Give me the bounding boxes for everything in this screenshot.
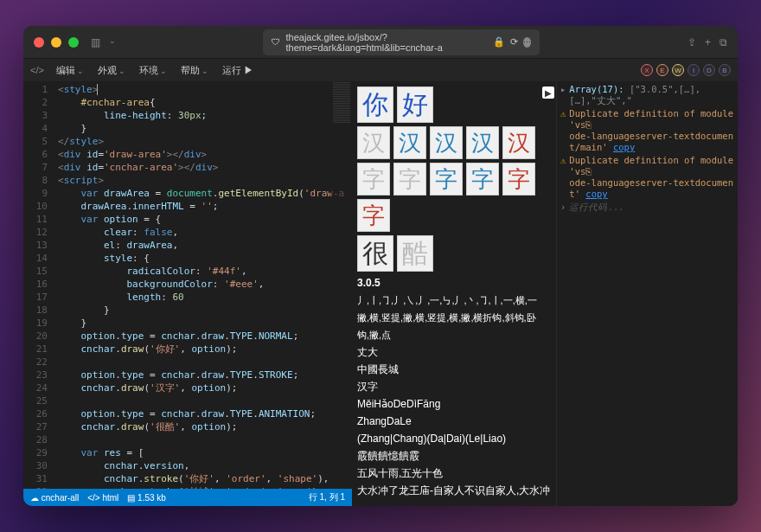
sidebar-toggle-icon[interactable]: ▥ bbox=[91, 36, 100, 48]
copy-icon[interactable]: ⎘ bbox=[585, 119, 592, 130]
preview-text-line: 丈大 bbox=[357, 344, 551, 360]
status-indicators: X E W I D B bbox=[641, 64, 731, 76]
code-editor[interactable]: 1234567891011121314151617181920212223242… bbox=[23, 81, 352, 489]
console-input[interactable]: › 运行代码... bbox=[560, 201, 734, 214]
status-env[interactable]: ☁ cnchar-all bbox=[30, 493, 79, 503]
code-content[interactable]: <style> #cnchar-area{ line-height: 30px;… bbox=[54, 81, 352, 489]
lock-icon: 🔒 bbox=[493, 36, 505, 48]
preview-text-line: 五风十雨,五光十色 bbox=[357, 465, 551, 481]
titlebar-left-icons: ▥ ⌄ bbox=[91, 36, 116, 48]
tabs-icon[interactable]: ⧉ bbox=[719, 36, 727, 48]
char-box: 字 bbox=[430, 163, 463, 195]
statusbar: ☁ cnchar-all </> html ▤ 1.53 kb 行 1, 列 1 bbox=[23, 489, 352, 506]
maximize-window-button[interactable] bbox=[68, 37, 79, 48]
copy-link[interactable]: copy bbox=[613, 142, 635, 152]
warning-icon: ⚠ bbox=[560, 108, 566, 119]
char-box: 汉 bbox=[466, 126, 499, 159]
console-pane: ▸ Array(17): ["3.0.5",[…],[…],"丈大"," ⚠ D… bbox=[556, 81, 738, 506]
preview-text-line: 汉字 bbox=[357, 379, 551, 394]
version-text: 3.0.5 bbox=[357, 275, 551, 291]
debug-indicator[interactable]: D bbox=[703, 64, 715, 76]
url-text: theajack.gitee.io/jsbox/?theme=dark&lang… bbox=[285, 32, 488, 53]
menu-environment[interactable]: 环境⌄ bbox=[134, 62, 172, 79]
warn-indicator[interactable]: E bbox=[656, 64, 668, 76]
new-tab-icon[interactable]: + bbox=[705, 36, 711, 48]
right-pane: ▶ 你 好 汉 汉 汉 汉 汉 字 字 字 字 字 bbox=[352, 81, 738, 506]
titlebar: ▥ ⌄ 🛡 theajack.gitee.io/jsbox/?theme=dar… bbox=[23, 26, 738, 59]
char-box: 汉 bbox=[430, 126, 463, 159]
char-box: 字 bbox=[357, 199, 390, 232]
char-row-5: 很 酷 bbox=[357, 235, 551, 272]
menu-edit[interactable]: 编辑⌄ bbox=[51, 62, 89, 79]
stroke-shapes-1: 丿,丨,㇆,丿,㇏,丿,一,㇉,丿,丶,㇆,丨,一,横,一 bbox=[357, 292, 551, 308]
stroke-names: 撇,横,竖提,撇,横,竖提,横,撇,横折钩,斜钩,卧 bbox=[357, 310, 551, 325]
minimap[interactable] bbox=[331, 81, 352, 489]
preview-text-line: 霰饋饋憶饋霰 bbox=[357, 448, 551, 464]
char-box: 汉 bbox=[393, 126, 426, 159]
shield-icon: 🛡 bbox=[272, 37, 280, 47]
minimize-window-button[interactable] bbox=[51, 37, 61, 48]
status-size: ▤ 1.53 kb bbox=[127, 493, 166, 503]
chevron-right-icon: › bbox=[560, 202, 566, 213]
editor-pane: 1234567891011121314151617181920212223242… bbox=[23, 81, 352, 506]
stroke-names-2: 钩,撇,点 bbox=[357, 327, 551, 343]
menu-run[interactable]: 运行 ▶ bbox=[217, 62, 259, 79]
char-row-2: 汉 汉 汉 汉 汉 bbox=[357, 126, 551, 159]
error-indicator[interactable]: X bbox=[641, 64, 653, 76]
copy-icon[interactable]: ⎘ bbox=[585, 166, 592, 176]
warning-icon: ⚠ bbox=[560, 155, 566, 166]
char-box: 好 bbox=[397, 87, 433, 123]
status-cursor-pos[interactable]: 行 1, 列 1 bbox=[309, 491, 345, 503]
char-box: 字 bbox=[393, 163, 426, 195]
char-box: 很 bbox=[357, 235, 393, 272]
main-area: 1234567891011121314151617181920212223242… bbox=[23, 81, 738, 506]
console-output-line[interactable]: ▸ Array(17): ["3.0.5",[…],[…],"丈大"," bbox=[560, 83, 734, 107]
info-indicator[interactable]: I bbox=[687, 64, 700, 76]
char-box: 汉 bbox=[502, 126, 535, 159]
char-box: 字 bbox=[357, 163, 390, 195]
traffic-lights bbox=[34, 37, 79, 48]
browser-window: ▥ ⌄ 🛡 theajack.gitee.io/jsbox/?theme=dar… bbox=[23, 26, 738, 506]
preview-text-line: 中國長城 bbox=[357, 362, 551, 377]
menu-help[interactable]: 帮助⌄ bbox=[176, 62, 214, 79]
close-window-button[interactable] bbox=[34, 37, 44, 48]
char-row-4: 字 bbox=[357, 199, 551, 232]
url-bar[interactable]: 🛡 theajack.gitee.io/jsbox/?theme=dark&la… bbox=[263, 29, 540, 55]
collapse-preview-icon[interactable]: ▶ bbox=[542, 87, 554, 99]
preview-text-line: MěiHǎoDeDìFāng bbox=[357, 396, 551, 412]
console-warning-line: ⚠ Duplicate definition of module 'vs⎘ode… bbox=[560, 107, 734, 154]
char-box: 你 bbox=[357, 87, 393, 123]
menu-appearance[interactable]: 外观⌄ bbox=[93, 62, 131, 79]
status-lang[interactable]: </> html bbox=[87, 493, 118, 503]
char-box: 字 bbox=[466, 163, 499, 195]
preview-output: ▶ 你 好 汉 汉 汉 汉 汉 字 字 字 字 字 bbox=[352, 81, 556, 506]
expand-arrow-icon[interactable]: ▸ bbox=[560, 84, 566, 95]
char-box: 字 bbox=[502, 163, 535, 195]
refresh-icon[interactable]: ⟳ bbox=[510, 36, 518, 48]
preview-text-line: (Zhang|Chang)(Da|Dai)(Le|Liao) bbox=[357, 431, 551, 446]
more-icon[interactable]: ⋯ bbox=[523, 37, 531, 48]
char-row-3: 字 字 字 字 字 bbox=[357, 163, 551, 195]
box-indicator[interactable]: B bbox=[719, 64, 731, 76]
char-box: 酷 bbox=[397, 235, 433, 272]
warn2-indicator[interactable]: W bbox=[672, 64, 684, 76]
char-row-1: 你 好 bbox=[357, 87, 551, 123]
preview-text-line: 大水冲了龙王庙-自家人不识自家人,大水冲 bbox=[357, 483, 551, 498]
char-box: 汉 bbox=[357, 126, 390, 159]
code-icon: </> bbox=[30, 65, 44, 75]
copy-link[interactable]: copy bbox=[585, 189, 607, 199]
line-gutter: 1234567891011121314151617181920212223242… bbox=[23, 81, 54, 489]
chevron-down-icon[interactable]: ⌄ bbox=[109, 36, 116, 48]
share-icon[interactable]: ⇪ bbox=[687, 36, 696, 48]
console-warning-line: ⚠ Duplicate definition of module 'vs⎘ode… bbox=[560, 154, 734, 201]
menubar: </> 编辑⌄ 外观⌄ 环境⌄ 帮助⌄ 运行 ▶ X E W I D B bbox=[23, 59, 738, 81]
preview-text-line: ZhangDaLe bbox=[357, 413, 551, 429]
